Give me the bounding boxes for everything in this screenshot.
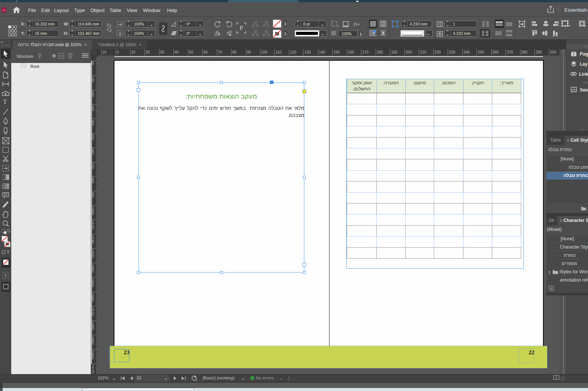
svg-text:T: T — [5, 273, 7, 278]
svg-text:P: P — [240, 25, 243, 31]
